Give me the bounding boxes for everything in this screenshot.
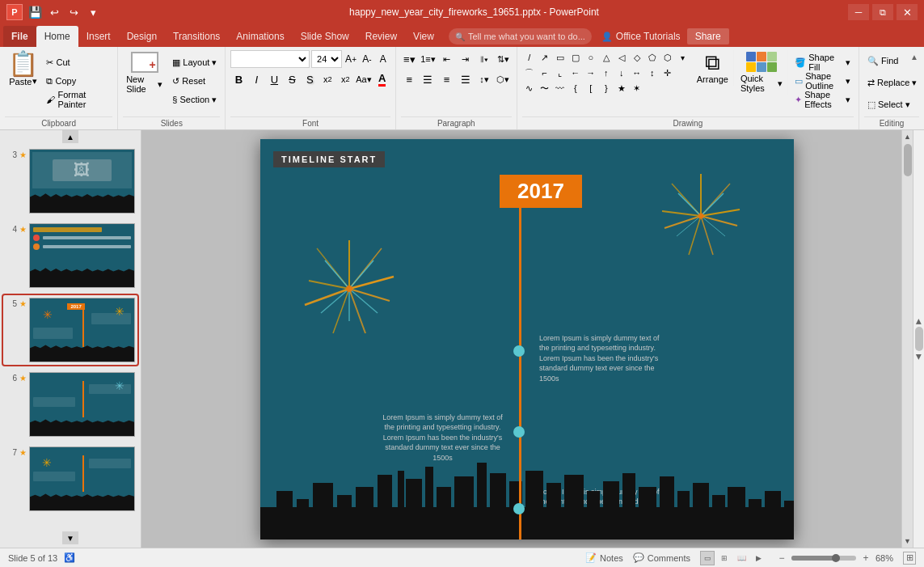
undo-icon[interactable]: ↩ xyxy=(47,5,61,19)
shape-hexa-btn[interactable]: ⬡ xyxy=(660,50,675,65)
tab-animations[interactable]: Animations xyxy=(228,26,292,47)
shape-star-btn[interactable]: ★ xyxy=(614,81,629,95)
section-button[interactable]: § Section ▾ xyxy=(169,91,220,108)
tell-me-box[interactable]: 🔍 Tell me what you want to do... xyxy=(449,28,592,44)
replace-button[interactable]: ⇄ Replace ▾ xyxy=(864,72,919,93)
shape-more-btn[interactable]: ▾ xyxy=(676,50,690,65)
justify-button[interactable]: ☰ xyxy=(457,70,474,88)
decrease-indent-button[interactable]: ⇤ xyxy=(438,50,455,68)
shape-diamond-btn[interactable]: ◇ xyxy=(630,50,644,65)
shape-oval-btn[interactable]: ○ xyxy=(584,50,598,65)
shape-arrow-btn[interactable]: ↗ xyxy=(538,50,552,65)
shape-scribble-btn[interactable]: 〜 xyxy=(538,81,552,95)
slide-thumb-3[interactable]: 3 ★ 🖼 xyxy=(3,146,137,216)
change-case-button[interactable]: Aa▾ xyxy=(355,70,372,88)
tab-review[interactable]: Review xyxy=(357,26,405,47)
shape-arrowr-btn[interactable]: → xyxy=(584,66,598,80)
text-shadow-button[interactable]: S xyxy=(302,70,318,88)
underline-button[interactable]: U xyxy=(266,70,282,88)
text-direction-button[interactable]: ⇅▾ xyxy=(495,50,512,68)
select-button[interactable]: ⬚ Select ▾ xyxy=(864,94,919,115)
font-color-button[interactable]: A xyxy=(374,70,390,88)
new-slide-button[interactable]: + New Slide▾ xyxy=(123,50,166,95)
shape-curve-btn[interactable]: ⌒ xyxy=(522,66,537,80)
shape-arrowud-btn[interactable]: ↕ xyxy=(645,66,660,80)
clear-formatting-button[interactable]: A xyxy=(376,51,390,67)
tab-home[interactable]: Home xyxy=(36,26,78,47)
scroll-thumb-v[interactable] xyxy=(904,144,912,176)
slide-thumb-6[interactable]: 6 ★ ✳ xyxy=(3,370,137,439)
zoom-in-button[interactable]: + xyxy=(859,552,872,565)
zoom-out-button[interactable]: − xyxy=(775,552,788,565)
align-center-button[interactable]: ☰ xyxy=(420,70,437,88)
zoom-slider-thumb[interactable] xyxy=(832,554,840,562)
scroll-up-button[interactable]: ▲ xyxy=(62,130,78,143)
close-button[interactable]: ✕ xyxy=(897,4,918,20)
normal-view-button[interactable]: ▭ xyxy=(700,551,715,565)
smartart-button[interactable]: ⬡▾ xyxy=(495,70,512,88)
increase-indent-button[interactable]: ⇥ xyxy=(457,50,474,68)
columns-button[interactable]: ⫴▾ xyxy=(475,50,492,68)
shape-elbow-btn[interactable]: ⌞ xyxy=(553,66,567,80)
comments-button[interactable]: 💬 Comments xyxy=(633,552,690,563)
scroll-up-arrow[interactable]: ▲ xyxy=(902,130,913,143)
redo-icon[interactable]: ↪ xyxy=(66,5,81,19)
zoom-level[interactable]: 68% xyxy=(875,553,900,563)
fit-page-button[interactable]: ⊞ xyxy=(903,552,916,565)
font-increase-button[interactable]: A+ xyxy=(344,51,358,67)
share-button[interactable]: Share xyxy=(687,28,729,44)
office-tutorials-link[interactable]: 👤 Office Tutorials xyxy=(601,26,681,47)
shape-rtriangle-btn[interactable]: ◁ xyxy=(614,50,629,65)
save-icon[interactable]: 💾 xyxy=(27,5,42,19)
tab-view[interactable]: View xyxy=(405,26,442,47)
reading-view-button[interactable]: 📖 xyxy=(734,551,749,565)
italic-button[interactable]: I xyxy=(248,70,264,88)
panel-collapse-icon[interactable]: ◀ xyxy=(915,319,923,324)
tab-transitions[interactable]: Transitions xyxy=(165,26,228,47)
tab-design[interactable]: Design xyxy=(119,26,165,47)
slide-thumb-5[interactable]: 5 ★ 2017 ✳ ✳ xyxy=(3,295,137,365)
shape-rrect-btn[interactable]: ▢ xyxy=(568,50,583,65)
shape-freeform-btn[interactable]: ∿ xyxy=(522,81,537,95)
shape-penta-btn[interactable]: ⬠ xyxy=(645,50,660,65)
shape-wave-btn[interactable]: 〰 xyxy=(553,81,567,95)
restore-button[interactable]: ⧉ xyxy=(872,4,893,20)
shape-triangle-btn[interactable]: △ xyxy=(599,50,614,65)
shape-arrowl-btn[interactable]: ← xyxy=(568,66,583,80)
subscript-button[interactable]: x2 xyxy=(319,70,335,88)
scroll-expand-icon[interactable]: ▶ xyxy=(915,354,923,360)
reset-button[interactable]: ↺ Reset xyxy=(169,72,220,90)
numbering-button[interactable]: 1≡▾ xyxy=(420,50,437,68)
bold-button[interactable]: B xyxy=(230,70,247,88)
scroll-thumb-right[interactable] xyxy=(915,327,923,351)
strikethrough-button[interactable]: S xyxy=(284,70,300,88)
shape-star6-btn[interactable]: ✶ xyxy=(630,81,644,95)
format-painter-button[interactable]: 🖌 Format Painter xyxy=(43,91,112,108)
tab-insert[interactable]: Insert xyxy=(78,26,119,47)
ribbon-collapse-button[interactable]: ▲ xyxy=(908,50,921,63)
slide-thumb-4[interactable]: 4 ★ xyxy=(3,221,137,290)
line-spacing-button[interactable]: ↕▾ xyxy=(475,70,492,88)
shape-fill-button[interactable]: 🪣 Shape Fill ▾ xyxy=(791,53,854,71)
font-name-select[interactable] xyxy=(230,50,310,68)
minimize-button[interactable]: ─ xyxy=(848,4,869,20)
copy-button[interactable]: ⧉ Copy xyxy=(43,72,112,90)
slidesorter-view-button[interactable]: ⊞ xyxy=(717,551,732,565)
superscript-button[interactable]: x2 xyxy=(337,70,353,88)
shape-arrowu-btn[interactable]: ↑ xyxy=(599,66,614,80)
paste-button[interactable]: 📋 Paste▾ xyxy=(5,50,41,88)
bullets-button[interactable]: ≡▾ xyxy=(401,50,418,68)
shape-effects-button[interactable]: ✦ Shape Effects ▾ xyxy=(791,91,854,108)
slideshow-view-button[interactable]: ▶ xyxy=(751,551,766,565)
slide-thumb-7[interactable]: 7 ★ ✳ xyxy=(3,444,137,514)
cut-button[interactable]: ✂ Cut xyxy=(43,53,112,71)
shape-connector-btn[interactable]: ⌐ xyxy=(538,66,552,80)
layout-button[interactable]: ▦ Layout ▾ xyxy=(169,53,220,71)
shape-arrowlr-btn[interactable]: ↔ xyxy=(630,66,644,80)
shape-arrowquad-btn[interactable]: ✛ xyxy=(660,66,675,80)
shape-leftbrace-btn[interactable]: } xyxy=(599,81,614,95)
font-size-select[interactable]: 24 xyxy=(311,50,342,68)
align-left-button[interactable]: ≡ xyxy=(401,70,418,88)
zoom-slider[interactable] xyxy=(791,556,856,561)
canvas-scrollbar-v[interactable]: ▲ ▼ xyxy=(901,130,913,548)
